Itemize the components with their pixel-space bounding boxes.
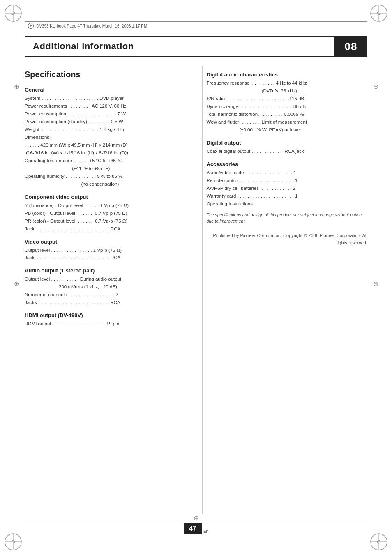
spec-line: Operating humidity . . . . . . . . . . .…	[25, 173, 186, 180]
spec-line: Wow and flutter . . . . . . . .Limit of …	[207, 118, 368, 126]
digital-audio-heading: Digital audio characteristics	[207, 71, 368, 78]
spec-line: HDMI output . . . . . . . . . . . . . . …	[25, 320, 186, 328]
file-info-text: DV393 KU.book Page 47 Thursday, March 16…	[36, 24, 147, 28]
margin-marker-right-upper: ⊕	[371, 82, 380, 90]
hdmi-output-specs: HDMI output . . . . . . . . . . . . . . …	[25, 320, 186, 328]
margin-marker-left-upper: ⊕	[12, 82, 21, 90]
page-header: Additional information 08	[25, 36, 367, 57]
component-video-heading: Component video output	[25, 194, 186, 200]
page-number-box: 47	[184, 523, 202, 534]
component-video-specs: Y (luminance) - Output level . . . . . .…	[25, 202, 186, 233]
spec-line: Power consumption . . . . . . . . . . . …	[25, 110, 186, 118]
video-output-heading: Video output	[25, 239, 186, 245]
digital-audio-specs: Frequency response . . . . . . . . . 4 H…	[207, 79, 368, 134]
spec-line: Jacks . . . . . . . . . . . . . . . . . …	[25, 299, 186, 306]
general-specs: System . . . . . . . . . . . . . . . . .…	[25, 94, 186, 188]
spec-line: Output level . . . . . . . . . . . Durin…	[25, 275, 186, 283]
spec-line: Coaxial digital output . . . . . . . . .…	[207, 147, 368, 155]
spec-line: Jack. . . . . . . . . . . . . . . . . . …	[25, 254, 186, 262]
spec-line: PR (color) - Output level . . . . . . 0.…	[25, 217, 186, 225]
spec-line: (no condensation)	[25, 180, 186, 188]
accessories-specs: Audio/video cable. . . . . . . . . . . .…	[207, 169, 368, 208]
spec-line: System . . . . . . . . . . . . . . . . .…	[25, 94, 186, 102]
margin-marker-right-lower: ⊕	[371, 279, 380, 288]
main-content: Specifications General System . . . . . …	[25, 66, 367, 514]
page-title: Additional information	[33, 41, 134, 52]
margin-marker-left-lower: ⊕	[12, 279, 21, 288]
digital-output-specs: Coaxial digital output . . . . . . . . .…	[207, 147, 368, 155]
digital-output-heading: Digital output	[207, 140, 368, 146]
spec-line: (DVD fs: 96 kHz)	[207, 87, 368, 95]
left-column: Specifications General System . . . . . …	[25, 66, 190, 514]
spec-line: Operating temperature . . . . . +5 °C to…	[25, 157, 186, 165]
corner-decoration-tr	[369, 3, 389, 23]
spec-line: PB (color) - Output level . . . . . . 0.…	[25, 210, 186, 217]
header-chapter-box: 08	[334, 36, 367, 57]
audio-output-heading: Audio output (1 stereo pair)	[25, 267, 186, 274]
spec-line: Total harmonic distortion. . . . . . . .…	[207, 111, 368, 118]
specifications-title: Specifications	[25, 70, 186, 79]
spec-line: (16-9/16 in. (W) x 1-15/16 in. (H) x 8-7…	[25, 149, 186, 157]
spec-line: 200 mVrms (1 kHz, −20 dB)	[25, 283, 186, 291]
audio-output-specs: Output level . . . . . . . . . . . Durin…	[25, 275, 186, 306]
spec-line: Y (luminance) - Output level . . . . . .…	[25, 202, 186, 210]
spec-line: Power requirements . . . . . . . . . AC …	[25, 102, 186, 110]
file-info-bar: DV393 KU.book Page 47 Thursday, March 16…	[25, 21, 367, 30]
hdmi-output-heading: HDMI output (DV-490V)	[25, 312, 186, 318]
corner-decoration-tl	[3, 3, 23, 23]
spec-line: Dimensions:	[25, 134, 186, 141]
right-column: Digital audio characteristics Frequency …	[202, 66, 368, 514]
spec-line: Frequency response . . . . . . . . . 4 H…	[207, 79, 368, 87]
spec-line: Power consumption (standby) . . . . . . …	[25, 118, 186, 126]
page-lang: En	[203, 529, 208, 534]
italic-note: The specifications and design of this pr…	[207, 212, 368, 225]
spec-line: Output level . . . . . . . . . . . . . .…	[25, 246, 186, 254]
spec-line: AA/R6P dry cell batteries . . . . . . . …	[207, 184, 368, 192]
general-heading: General	[25, 87, 186, 93]
bottom-bar: 47 En	[25, 520, 367, 534]
corner-decoration-bl	[3, 532, 23, 552]
spec-line: Weight . . . . . . . . . . . . . . . . .…	[25, 126, 186, 134]
spec-line: Audio/video cable. . . . . . . . . . . .…	[207, 169, 368, 177]
corner-decoration-br	[369, 532, 389, 552]
spec-line: . . . . . . 420 mm (W) x 49.5 mm (H) x 2…	[25, 141, 186, 149]
spec-line: S/N ratio . . . . . . . . . . . . . . . …	[207, 95, 368, 103]
page-number: 47	[189, 525, 196, 532]
spec-line: Jack. . . . . . . . . . . . . . . . . . …	[25, 225, 186, 233]
spec-line: Number of channels . . . . . . . . . . .…	[25, 291, 186, 299]
crosshair-icon	[28, 23, 34, 29]
spec-line: (±0.001 % W. PEAK) or lower	[207, 126, 368, 134]
video-output-specs: Output level . . . . . . . . . . . . . .…	[25, 246, 186, 262]
spec-line: Warranty card . . . . . . . . . . . . . …	[207, 192, 368, 200]
spec-line: (+41 °F to +95 °F)	[25, 165, 186, 173]
chapter-number: 08	[345, 40, 357, 53]
accessories-heading: Accessories	[207, 161, 368, 167]
publisher-note: Published by Pioneer Corporation. Copyri…	[207, 232, 368, 246]
spec-line: Operating Instructions	[207, 200, 368, 208]
spec-line: Dynamic range . . . . . . . . . . . . . …	[207, 103, 368, 111]
spec-line: Remote control . . . . . . . . . . . . .…	[207, 177, 368, 184]
header-title-box: Additional information	[25, 36, 334, 57]
